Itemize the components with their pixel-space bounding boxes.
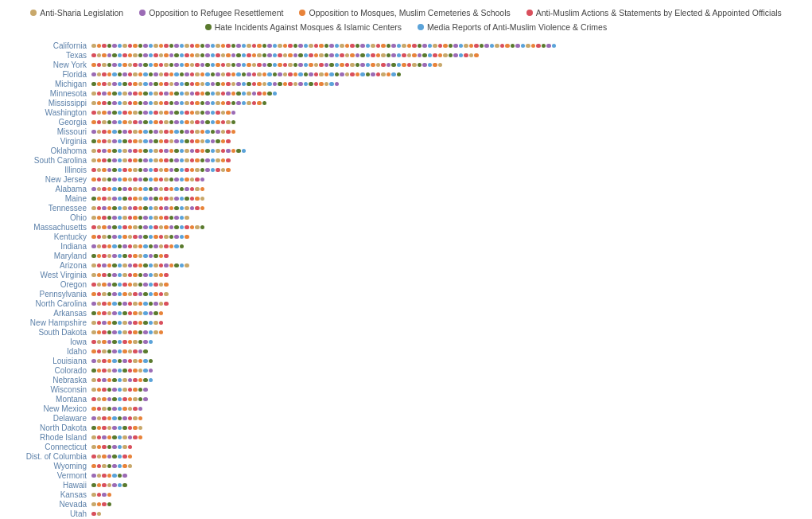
data-dot bbox=[133, 130, 138, 135]
data-dot bbox=[122, 435, 127, 440]
data-dot bbox=[252, 92, 257, 96]
dots-container bbox=[91, 378, 153, 383]
table-row: Nevada bbox=[8, 500, 804, 509]
data-dot bbox=[174, 72, 179, 77]
data-dot bbox=[267, 92, 272, 96]
data-dot bbox=[387, 72, 391, 77]
data-dot bbox=[107, 254, 112, 259]
data-dot bbox=[128, 63, 133, 68]
dots-container bbox=[91, 464, 132, 469]
state-label: Illinois bbox=[8, 166, 91, 174]
data-dot bbox=[102, 359, 107, 364]
data-dot bbox=[118, 216, 122, 220]
data-dot bbox=[402, 44, 406, 49]
data-dot bbox=[107, 92, 112, 96]
data-dot bbox=[143, 292, 148, 297]
data-dot bbox=[107, 302, 112, 306]
data-dot bbox=[221, 44, 226, 49]
data-dot bbox=[185, 263, 189, 268]
data-dot bbox=[112, 416, 117, 421]
data-dot bbox=[128, 244, 133, 249]
data-dot bbox=[118, 197, 122, 201]
data-dot bbox=[200, 168, 205, 173]
data-dot bbox=[102, 483, 107, 488]
data-dot bbox=[329, 44, 334, 49]
data-dot bbox=[495, 44, 499, 49]
data-dot bbox=[112, 149, 117, 154]
data-dot bbox=[122, 206, 127, 211]
data-dot bbox=[138, 283, 143, 287]
data-dot bbox=[107, 263, 112, 268]
data-dot bbox=[128, 197, 133, 201]
data-dot bbox=[278, 63, 282, 68]
data-dot bbox=[128, 130, 133, 135]
data-dot bbox=[221, 158, 226, 163]
data-dot bbox=[149, 311, 153, 316]
data-dot bbox=[159, 178, 164, 182]
data-dot bbox=[205, 130, 210, 135]
data-dot bbox=[180, 168, 185, 173]
data-dot bbox=[200, 101, 205, 106]
data-dot bbox=[153, 168, 158, 173]
data-dot bbox=[247, 44, 251, 49]
legend-dot-refugee bbox=[139, 10, 146, 16]
data-dot bbox=[169, 149, 174, 154]
data-dot bbox=[283, 82, 288, 87]
data-dot bbox=[122, 292, 127, 297]
dots-container bbox=[91, 44, 556, 49]
data-dot bbox=[412, 44, 417, 49]
data-dot bbox=[236, 72, 241, 77]
data-dot bbox=[371, 44, 375, 49]
data-dot bbox=[195, 92, 200, 96]
data-dot bbox=[273, 44, 278, 49]
data-dot bbox=[376, 44, 381, 49]
data-dot bbox=[350, 44, 355, 49]
dots-container bbox=[91, 178, 204, 182]
data-dot bbox=[133, 254, 138, 259]
data-dot bbox=[185, 53, 189, 58]
data-dot bbox=[122, 244, 127, 249]
data-dot bbox=[169, 53, 174, 58]
data-dot bbox=[143, 349, 148, 354]
data-dot bbox=[309, 72, 313, 77]
data-dot bbox=[122, 349, 127, 354]
data-dot bbox=[118, 273, 122, 278]
data-dot bbox=[174, 244, 179, 249]
data-dot bbox=[211, 111, 216, 115]
data-dot bbox=[335, 63, 340, 68]
data-dot bbox=[221, 63, 226, 68]
data-dot bbox=[112, 397, 117, 402]
data-dot bbox=[319, 82, 324, 87]
table-row: New Mexico bbox=[8, 404, 804, 413]
data-dot bbox=[474, 44, 479, 49]
data-dot bbox=[164, 302, 169, 306]
data-dot bbox=[102, 340, 107, 345]
data-dot bbox=[159, 235, 164, 240]
data-dot bbox=[205, 111, 210, 115]
data-dot bbox=[133, 273, 138, 278]
data-dot bbox=[247, 53, 251, 58]
data-dot bbox=[278, 44, 282, 49]
data-dot bbox=[329, 82, 334, 87]
data-dot bbox=[133, 369, 138, 373]
data-dot bbox=[91, 244, 96, 249]
data-dot bbox=[164, 178, 169, 182]
data-dot bbox=[169, 63, 174, 68]
data-dot bbox=[231, 92, 236, 96]
data-dot bbox=[112, 235, 117, 240]
data-dot bbox=[267, 63, 272, 68]
data-dot bbox=[169, 139, 174, 144]
data-dot bbox=[102, 426, 107, 431]
data-dot bbox=[128, 311, 133, 316]
data-dot bbox=[169, 178, 174, 182]
data-dot bbox=[360, 44, 365, 49]
data-dot bbox=[149, 225, 153, 230]
data-dot bbox=[205, 72, 210, 77]
data-dot bbox=[112, 263, 117, 268]
data-dot bbox=[273, 53, 278, 58]
data-dot bbox=[118, 388, 122, 392]
data-dot bbox=[185, 216, 189, 220]
data-dot bbox=[128, 283, 133, 287]
data-dot bbox=[107, 378, 112, 383]
data-dot bbox=[133, 111, 138, 115]
